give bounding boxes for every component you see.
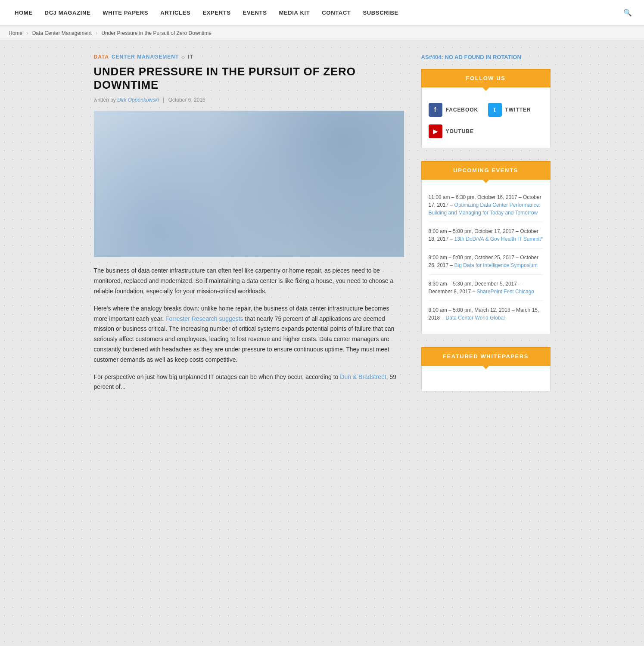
- category-sep: ◇: [181, 55, 185, 59]
- event-5-link[interactable]: Data Center World Global: [446, 315, 505, 321]
- article-categories: DATA CENTER MANAGEMENT ◇ IT: [94, 54, 404, 60]
- article-date: October 6, 2016: [168, 97, 205, 103]
- article-paragraph-2: Here's where the analogy breaks down: un…: [94, 304, 404, 365]
- breadcrumb-home[interactable]: Home: [9, 30, 22, 36]
- event-2-link[interactable]: 13th DoD/VA & Gov Health IT Summit*: [454, 236, 543, 242]
- nav-home[interactable]: HOME: [9, 0, 39, 26]
- event-3-link[interactable]: Big Data for Intelligence Symposium: [454, 262, 538, 268]
- nav-subscribe[interactable]: SUBSCRIBE: [357, 0, 404, 26]
- search-icon[interactable]: 🔍: [620, 9, 635, 17]
- forrester-link[interactable]: Forrester Research suggests: [165, 315, 243, 322]
- article-byline: written by Dirk Oppenkowski | October 6,…: [94, 97, 404, 103]
- nav-dcj-magazine[interactable]: DCJ MAGAZINE: [39, 0, 97, 26]
- follow-grid: f FACEBOOK t TWITTER: [429, 100, 543, 119]
- breadcrumb-current: Under Pressure in the Pursuit of Zero Do…: [101, 30, 211, 36]
- category-management[interactable]: CENTER MANAGEMENT: [112, 54, 179, 60]
- events-widget: UPCOMING EVENTS 11:00 am – 6:30 pm, Octo…: [421, 161, 551, 334]
- nav-events[interactable]: EVENTS: [237, 0, 273, 26]
- events-header: UPCOMING EVENTS: [421, 161, 551, 180]
- article-column: DATA CENTER MANAGEMENT ◇ IT UNDER PRESSU…: [94, 54, 404, 404]
- nav-white-papers[interactable]: WHITE PAPERS: [96, 0, 154, 26]
- event-2: 8:00 am – 5:00 pm, October 17, 2017 – Oc…: [429, 222, 543, 248]
- youtube-icon: ▶: [429, 124, 442, 138]
- nav-contact[interactable]: CONTACT: [316, 0, 357, 26]
- byline-sep: |: [163, 97, 164, 103]
- main-nav: HOME DCJ MAGAZINE WHITE PAPERS ARTICLES …: [0, 0, 644, 26]
- event-4: 8:30 am – 5:30 pm, December 5, 2017 – De…: [429, 275, 543, 301]
- breadcrumb-dcm[interactable]: Data Center Management: [32, 30, 92, 36]
- nav-media-kit[interactable]: MEDIA KIT: [273, 0, 316, 26]
- facebook-label: FACEBOOK: [446, 107, 479, 113]
- event-4-link[interactable]: SharePoint Fest Chicago: [477, 289, 534, 295]
- follow-widget: FOLLOW US f FACEBOOK t TWITTER ▶ YOUTUBE: [421, 69, 551, 148]
- article-paragraph-3: For perspective on just how big unplanne…: [94, 372, 404, 393]
- article-author[interactable]: Dirk Oppenkowski: [117, 97, 159, 103]
- ad-notice: AS#404: NO AD FOUND IN ROTATION: [421, 54, 551, 60]
- whitepapers-body: [421, 366, 551, 391]
- breadcrumb-sep-1: ›: [26, 30, 28, 36]
- breadcrumb: Home › Data Center Management › Under Pr…: [0, 26, 644, 41]
- nav-articles[interactable]: ARTICLES: [154, 0, 196, 26]
- follow-header: FOLLOW US: [421, 69, 551, 87]
- whitepapers-widget: FEATURED WHITEPAPERS: [421, 347, 551, 391]
- category-data[interactable]: DATA: [94, 54, 109, 60]
- facebook-follow[interactable]: f FACEBOOK: [429, 100, 484, 119]
- facebook-icon: f: [429, 103, 442, 117]
- events-body: 11:00 am – 6:30 pm, October 16, 2017 – O…: [421, 180, 551, 334]
- twitter-icon: t: [488, 103, 502, 117]
- main-wrapper: DATA CENTER MANAGEMENT ◇ IT UNDER PRESSU…: [85, 41, 559, 417]
- breadcrumb-sep-2: ›: [96, 30, 97, 36]
- sidebar: AS#404: NO AD FOUND IN ROTATION FOLLOW U…: [421, 54, 551, 404]
- article-title: UNDER PRESSURE IN THE PURSUIT OF ZERO DO…: [94, 65, 404, 92]
- twitter-follow[interactable]: t TWITTER: [488, 100, 543, 119]
- byline-prefix: written by: [94, 97, 116, 103]
- youtube-label: YOUTUBE: [446, 128, 474, 134]
- article-paragraph-1: The business of data center infrastructu…: [94, 266, 404, 296]
- article-image: [94, 111, 404, 257]
- event-1: 11:00 am – 6:30 pm, October 16, 2017 – O…: [429, 188, 543, 222]
- dun-bradstreet-link[interactable]: Dun & Bradstreet,: [340, 373, 388, 380]
- nav-experts[interactable]: EXPERTS: [196, 0, 236, 26]
- follow-body: f FACEBOOK t TWITTER ▶ YOUTUBE: [421, 87, 551, 148]
- category-it[interactable]: IT: [188, 54, 193, 60]
- youtube-follow[interactable]: ▶ YOUTUBE: [429, 122, 543, 141]
- event-3: 9:00 am – 5:00 pm, October 25, 2017 – Oc…: [429, 248, 543, 275]
- article-body: The business of data center infrastructu…: [94, 266, 404, 392]
- twitter-label: TWITTER: [505, 107, 531, 113]
- whitepapers-header: FEATURED WHITEPAPERS: [421, 347, 551, 366]
- event-5: 8:00 am – 5:00 pm, March 12, 2018 – Marc…: [429, 301, 543, 327]
